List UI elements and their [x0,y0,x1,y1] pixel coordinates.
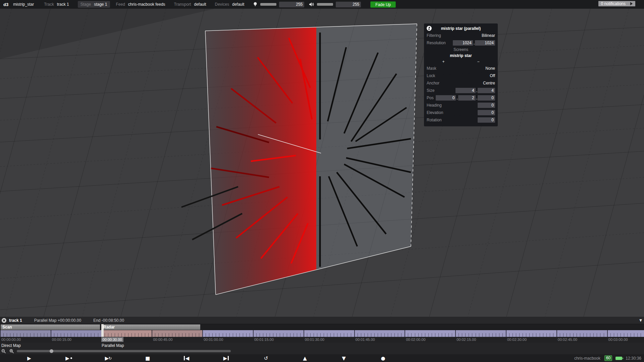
add-screen-button[interactable]: + [438,59,448,65]
menu-feed[interactable]: Feed chris-macbook feeds [116,2,165,7]
size-x-field[interactable]: 4 [455,88,476,93]
direct-map-layer[interactable]: Direct Map [1,343,21,348]
size-y-field[interactable]: 4 [478,88,495,93]
anchor-value[interactable]: Centre [483,81,495,85]
volume-control: 255 [309,2,361,7]
heading-field[interactable]: 0 [478,103,495,108]
menu-transport[interactable]: Transport default [174,2,206,7]
clock: 12:30:36 [626,356,641,361]
notifications-button[interactable]: 0 notifications [598,1,635,6]
ruler-segment[interactable] [455,330,506,337]
timecode-label: 00:00:00.00 [0,337,22,342]
transport-arrow-up-button[interactable]: ▲ [299,354,311,362]
transport-record-button[interactable]: ● [377,354,389,362]
timeline-scrollbar[interactable] [17,350,231,352]
menu-stage[interactable]: Stage stage 1 [78,1,110,8]
track-name[interactable]: track 1 [9,318,22,323]
notifications-play-icon [630,2,633,5]
anchor-label: Anchor [427,81,439,85]
brightness-slider[interactable] [260,3,276,6]
d3-logo[interactable]: d3 [3,2,8,7]
timecode-label: 00:03:00.00 [607,337,629,342]
ruler-segment[interactable] [152,330,202,337]
resolution-y-field[interactable]: 1024 [475,40,495,46]
timecode-label: 00:01:15.00 [253,337,275,342]
volume-value[interactable]: 255 [336,2,361,7]
resolution-x-field[interactable]: 1024 [453,40,473,46]
track-sections-row: Scan Radar [0,324,644,330]
timecode-label: 00:01:30.00 [304,337,326,342]
menu-devices[interactable]: Devices default [215,2,245,7]
rotation-field[interactable]: 0 [478,117,495,123]
size-row: Size 4, 4 [426,87,496,94]
elevation-label: Elevation [427,110,443,115]
transport-loop-play-button[interactable]: ▶↻ [103,354,114,362]
parallel-map-layer[interactable]: Parallel Map [102,343,124,348]
status-cluster: chris-macbook 60 12:30:36 [574,354,641,362]
playhead[interactable] [101,324,104,337]
time-ruler[interactable] [0,330,644,337]
section-radar[interactable]: Radar [102,324,200,330]
transport-stop-button[interactable]: ■ [142,354,153,362]
section-scan[interactable]: Scan [1,324,100,330]
elevation-field[interactable]: 0 [478,110,495,115]
transport-arrow-down-button[interactable]: ▼ [338,354,350,362]
ruler-segment[interactable] [51,330,101,337]
timecode-label: 00:02:15.00 [455,337,477,342]
brightness-value[interactable]: 255 [279,2,304,7]
mask-label: Mask [427,66,436,71]
ruler-segment[interactable] [202,330,253,337]
top-menu-bar: d3 mistrip_star Track track 1 Stage stag… [0,0,644,9]
ruler-segment[interactable] [556,330,607,337]
pos-y-field[interactable]: 2 [458,95,476,101]
transport-previous-section-button[interactable]: ◀ [181,354,192,362]
menu-track[interactable]: Track track 1 [44,2,69,7]
scrollbar-handle[interactable] [50,349,53,353]
ruler-segment[interactable] [354,330,405,337]
zoom-out-icon[interactable] [1,349,6,354]
rotation-row: Rotation 0 [426,116,496,124]
menu-feed-value: chris-macbook feeds [128,2,165,7]
remove-screen-button[interactable]: − [473,59,483,65]
playhead-position-text: Parallel Map +00:00:00.00 [34,318,81,323]
keyhole-icon[interactable] [427,26,432,31]
ruler-segment[interactable] [506,330,556,337]
fade-up-button[interactable]: Fade Up [370,1,396,8]
mask-value[interactable]: None [485,66,495,71]
menu-devices-value: default [232,2,244,7]
pos-x-field[interactable]: 0 [436,95,456,101]
heading-row: Heading 0 [426,102,496,109]
ruler-segment[interactable] [304,330,354,337]
pos-row: Pos 0, 2, 0 [426,94,496,102]
zoom-in-icon[interactable] [9,349,14,354]
ruler-segment[interactable] [101,330,152,337]
transport-play-section-button[interactable]: ▶ [63,354,74,362]
transport-return-to-start-button[interactable]: ↺ [260,354,272,362]
ruler-segment[interactable] [607,330,644,337]
timecode-labels-row: 00:00:00.0000:00:15.0000:00:30.0000:00:4… [0,337,644,343]
filtering-value[interactable]: Bilinear [482,33,495,38]
pos-label: Pos [427,96,434,100]
volume-slider[interactable] [317,3,333,6]
ruler-segment[interactable] [253,330,304,337]
screen-name-item[interactable]: mistrip star [426,53,496,59]
transport-next-section-button[interactable]: ▶ [220,354,232,362]
resolution-label: Resolution [427,41,446,45]
pos-z-field[interactable]: 0 [478,95,495,101]
brightness-icon [253,2,258,7]
screens-header: Screens [426,47,496,53]
lock-value[interactable]: Off [490,73,495,78]
stage-viewport[interactable] [0,9,644,317]
ruler-segment[interactable] [0,330,51,337]
notifications-label: 0 notifications [601,1,626,6]
track-collapse-icon[interactable]: ▼ [639,318,642,322]
heading-label: Heading [427,103,442,108]
mask-row: Mask None [426,65,496,72]
project-name[interactable]: mistrip_star [13,2,34,7]
menu-stage-value: stage 1 [94,2,107,7]
transport-play-button[interactable]: ▶ [23,354,35,362]
close-track-icon[interactable] [2,318,6,323]
inspector-title[interactable]: mistrip star (parallel) [441,26,481,31]
lock-row: Lock Off [426,72,496,79]
ruler-segment[interactable] [405,330,455,337]
